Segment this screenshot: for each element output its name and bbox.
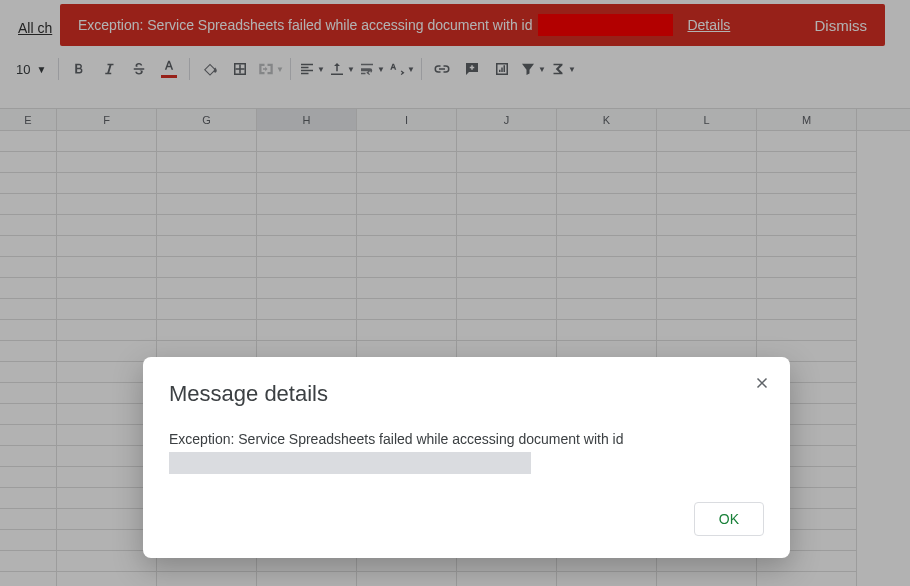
redacted-id-grey <box>169 452 531 474</box>
message-details-dialog: Message details Exception: Service Sprea… <box>143 357 790 558</box>
dialog-message: Exception: Service Spreadsheets failed w… <box>169 431 623 447</box>
close-button[interactable] <box>750 371 774 395</box>
dialog-title: Message details <box>169 381 764 407</box>
dialog-body: Exception: Service Spreadsheets failed w… <box>169 429 764 474</box>
ok-button[interactable]: OK <box>694 502 764 536</box>
